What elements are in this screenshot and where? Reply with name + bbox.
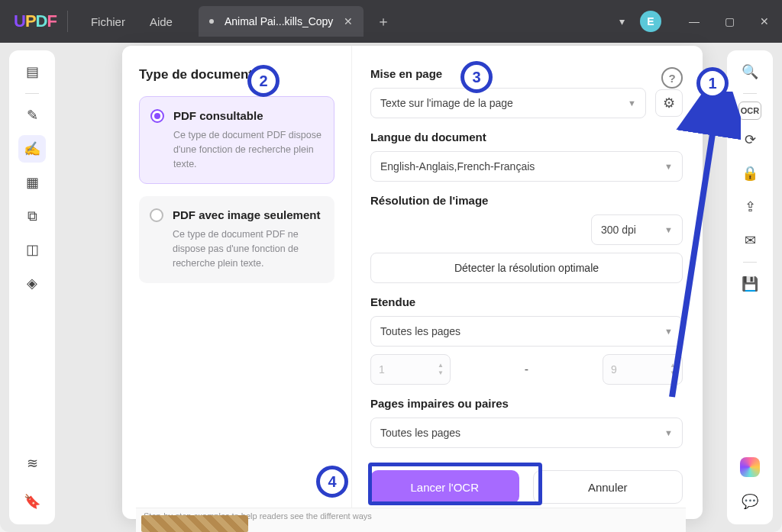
chevron-down-icon: ▼ (664, 428, 673, 437)
ocr-settings-panel: Type de document PDF consultable Ce type… (122, 46, 703, 519)
edit-text-icon[interactable]: ✍ (18, 135, 46, 163)
title-bar: UPDF Fichier Aide Animal Pai...kills_Cop… (0, 0, 782, 43)
window-close-button[interactable]: ✕ (747, 6, 782, 37)
chevron-down-icon: ▼ (664, 162, 673, 171)
range-label: Etendue (370, 295, 683, 308)
document-tab[interactable]: Animal Pai...kills_Copy ✕ (199, 6, 364, 37)
parity-label: Pages impaires ou paires (370, 397, 683, 410)
bookmark-icon[interactable]: 🔖 (18, 488, 46, 515)
document-type-column: Type de document PDF consultable Ce type… (122, 46, 351, 519)
search-icon[interactable]: 🔍 (736, 58, 764, 85)
resolution-label: Résolution de l'image (370, 194, 683, 207)
language-select[interactable]: English-Anglais,French-Français ▼ (370, 151, 683, 182)
mail-icon[interactable]: ✉ (736, 227, 764, 254)
save-icon[interactable]: 💾 (736, 270, 764, 298)
option-image-only-pdf[interactable]: PDF avec image seulement Ce type de docu… (139, 196, 334, 282)
help-icon[interactable]: ? (661, 67, 683, 89)
option-title: PDF avec image seulement (173, 208, 322, 221)
protect-icon[interactable]: 🔒 (736, 160, 764, 187)
run-ocr-button[interactable]: Lancer l'OCR (370, 470, 519, 504)
callout-2: 2 (247, 65, 280, 97)
parity-value: Toutes les pages (380, 427, 460, 439)
thumbnails-icon[interactable]: ▤ (18, 58, 46, 85)
layers-icon[interactable]: ≋ (18, 450, 46, 477)
divider (67, 11, 68, 32)
option-title: PDF consultable (173, 109, 322, 122)
parity-select[interactable]: Toutes les pages ▼ (370, 418, 683, 448)
app-frame: ▤ ✎ ✍ ▦ ⧉ ◫ ◈ ≋ 🔖 🔍 OCR ⟳ 🔒 ⇪ ✉ 💾 💬 Type… (0, 43, 782, 532)
language-value: English-Anglais,French-Français (380, 160, 535, 172)
chevron-down-icon: ▼ (664, 327, 673, 336)
close-tab-icon[interactable]: ✕ (344, 15, 353, 27)
callout-4: 4 (316, 466, 348, 498)
form-icon[interactable]: ▦ (18, 169, 46, 196)
detect-resolution-button[interactable]: Détecter la résolution optimale (370, 253, 683, 283)
ai-assistant-icon[interactable] (740, 457, 760, 477)
resolution-select[interactable]: 300 dpi ▼ (591, 214, 683, 245)
separator (25, 93, 39, 94)
option-searchable-pdf[interactable]: PDF consultable Ce type de document PDF … (139, 96, 334, 184)
callout-1: 1 (696, 67, 729, 99)
cancel-button[interactable]: Annuler (533, 470, 683, 504)
layout-settings-button[interactable]: ⚙ (655, 89, 683, 117)
menu-help[interactable]: Aide (150, 15, 173, 28)
crop-icon[interactable]: ◫ (18, 236, 46, 263)
range-to-input[interactable]: 9 ▲▼ (603, 354, 683, 385)
left-toolbar: ▤ ✎ ✍ ▦ ⧉ ◫ ◈ ≋ 🔖 (9, 50, 55, 524)
layout-select[interactable]: Texte sur l'image de la page ▼ (370, 88, 646, 118)
app-logo: UPDF (14, 11, 57, 31)
user-avatar[interactable]: E (640, 11, 661, 32)
window-minimize-button[interactable]: — (677, 6, 712, 37)
ocr-icon[interactable]: OCR (738, 102, 761, 120)
chevron-down-icon: ▼ (664, 225, 673, 234)
chevron-down-icon: ▼ (628, 98, 636, 108)
callout-3: 3 (460, 61, 493, 93)
share-icon[interactable]: ⇪ (736, 193, 764, 221)
radio-icon (150, 109, 164, 123)
right-toolbar: 🔍 OCR ⟳ 🔒 ⇪ ✉ 💾 💬 (727, 50, 773, 524)
convert-icon[interactable]: ⟳ (736, 126, 764, 153)
new-tab-button[interactable]: ＋ (374, 12, 393, 31)
range-to-value: 9 (611, 363, 617, 376)
menu-file[interactable]: Fichier (91, 15, 125, 28)
range-separator: - (460, 363, 593, 376)
resolution-value: 300 dpi (601, 224, 636, 236)
comment-icon[interactable]: 💬 (736, 488, 764, 515)
ocr-options-column: ? Mise en page Texte sur l'image de la p… (351, 46, 703, 519)
document-image-peek (141, 515, 248, 532)
language-label: Langue du document (370, 131, 683, 143)
separator (743, 262, 757, 263)
tab-indicator-icon (209, 19, 214, 24)
titlebar-right: ▾ E — ▢ ✕ (619, 0, 782, 43)
doc-type-heading: Type de document (139, 67, 334, 82)
separator (743, 93, 757, 94)
action-bar: Lancer l'OCR Annuler (370, 470, 683, 504)
option-desc: Ce type de document PDF dispose d'une fo… (173, 128, 322, 171)
radio-icon (150, 208, 163, 222)
range-from-value: 1 (379, 363, 385, 376)
range-from-input[interactable]: 1 ▲▼ (370, 354, 451, 385)
option-desc: Ce type de document PDF ne dispose pas d… (173, 227, 322, 270)
highlighter-icon[interactable]: ✎ (18, 102, 46, 129)
range-select[interactable]: Toutes les pages ▼ (370, 316, 683, 347)
tab-area: Animal Pai...kills_Copy ✕ ＋ (199, 0, 393, 43)
chevron-down-icon[interactable]: ▾ (619, 15, 625, 27)
layout-label: Mise en page (370, 67, 683, 80)
tab-title: Animal Pai...kills_Copy (225, 15, 333, 27)
range-value: Toutes les pages (380, 325, 460, 337)
tools-icon[interactable]: ◈ (18, 269, 46, 297)
window-maximize-button[interactable]: ▢ (712, 6, 747, 37)
organize-pages-icon[interactable]: ⧉ (18, 202, 46, 230)
layout-value: Texte sur l'image de la page (380, 97, 513, 109)
